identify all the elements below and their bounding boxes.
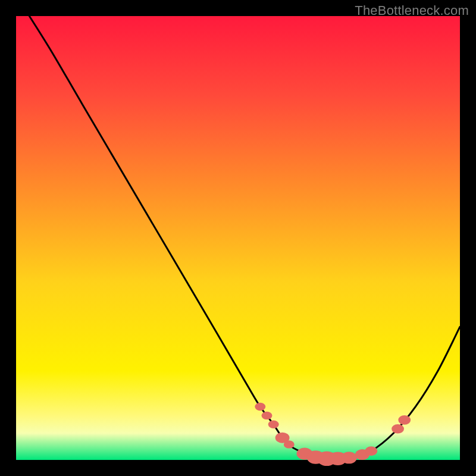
- curve-marker: [365, 446, 377, 456]
- chart-svg: [16, 16, 460, 460]
- curve-markers: [255, 403, 411, 466]
- curve-marker: [392, 424, 404, 434]
- curve-marker: [341, 452, 357, 464]
- curve-marker: [284, 440, 295, 448]
- bottleneck-curve: [29, 16, 460, 460]
- curve-marker: [268, 421, 279, 428]
- chart-plot-area: [16, 16, 460, 460]
- curve-marker: [255, 403, 265, 411]
- watermark-text: TheBottleneck.com: [355, 3, 469, 18]
- curve-marker: [262, 412, 273, 419]
- chart-frame: TheBottleneck.com: [0, 0, 476, 476]
- curve-marker: [398, 415, 411, 425]
